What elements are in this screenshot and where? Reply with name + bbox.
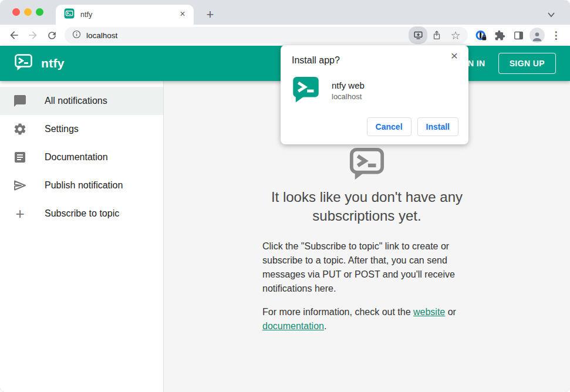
website-link[interactable]: website [413,307,445,317]
browser-window: ntfy × + localhost [0,0,570,392]
sidebar-item-documentation[interactable]: Documentation [0,143,163,171]
dialog-app-info: ntfy web localhost [332,80,365,101]
sidebar-item-label: Settings [45,124,79,134]
dialog-close-icon[interactable]: × [447,49,461,63]
dialog-app-name: ntfy web [332,80,365,90]
tab-strip: ntfy × + [0,0,570,25]
tab-title: ntfy [80,11,177,19]
browser-tab[interactable]: ntfy × [56,5,194,25]
bookmark-star-icon[interactable]: ☆ [446,26,465,44]
empty-state-heading: It looks like you don't have any subscri… [244,188,490,225]
dialog-title: Install app? [281,45,468,66]
dialog-app-origin: localhost [332,92,365,101]
ntfy-logo-icon [14,53,33,74]
tab-favicon-ntfy-icon [64,8,75,21]
close-window-button[interactable] [12,8,20,16]
site-info-icon[interactable] [72,29,82,42]
side-panel-icon[interactable] [509,26,528,44]
ntfy-app-icon [292,75,320,106]
sidebar-item-subscribe-to-topic[interactable]: + Subscribe to topic [0,200,163,228]
install-app-button[interactable] [409,26,427,44]
sidebar-item-publish-notification[interactable]: Publish notification [0,171,163,200]
install-button[interactable]: Install [417,117,458,136]
gear-icon [13,122,27,136]
forward-button[interactable] [23,26,42,44]
refresh-button[interactable] [42,26,61,44]
sidebar-item-label: Subscribe to topic [45,208,119,219]
profile-avatar[interactable] [528,26,547,44]
dialog-actions: Cancel Install [367,117,458,136]
app-title: ntfy [41,56,65,70]
send-icon [13,178,27,192]
url-text[interactable]: localhost [86,31,409,40]
empty-state-more-info: For more information, check out the webs… [262,305,471,333]
browser-menu-icon[interactable]: ⋮ [547,26,565,44]
tab-search-chevron-icon[interactable] [547,10,556,21]
back-button[interactable] [5,26,23,44]
window-controls [12,8,43,16]
new-tab-button[interactable]: + [202,6,218,23]
sign-up-button[interactable]: SIGN UP [498,53,556,74]
address-bar[interactable]: localhost ☆ [65,27,468,43]
article-icon [13,150,27,164]
sidebar-item-settings[interactable]: Settings [0,115,163,143]
ntfy-terminal-icon [244,146,490,184]
chat-bubble-icon [13,94,27,108]
sidebar-item-label: Publish notification [45,180,123,191]
sidebar-item-label: Documentation [45,152,108,163]
minimize-window-button[interactable] [24,8,32,16]
share-icon[interactable] [427,26,446,44]
brand: ntfy [14,53,65,74]
extensions-puzzle-icon[interactable] [490,26,509,44]
tab-close-icon[interactable]: × [177,9,188,20]
zoom-window-button[interactable] [36,8,43,16]
cancel-button[interactable]: Cancel [367,117,412,136]
dialog-app-row: ntfy web localhost [281,66,468,106]
browser-toolbar: localhost ☆ [0,25,570,46]
install-app-dialog: × Install app? ntfy web localhost Cancel… [281,45,468,144]
sidebar-item-label: All notifications [45,96,107,106]
extension-privacy-icon[interactable] [471,26,490,44]
sidebar-item-all-notifications[interactable]: All notifications [0,87,163,115]
sidebar: All notifications Settings Documentation… [0,81,164,392]
documentation-link[interactable]: documentation [262,321,324,331]
plus-icon: + [13,207,27,221]
empty-state-description: Click the "Subscribe to topic" link to c… [262,239,471,296]
